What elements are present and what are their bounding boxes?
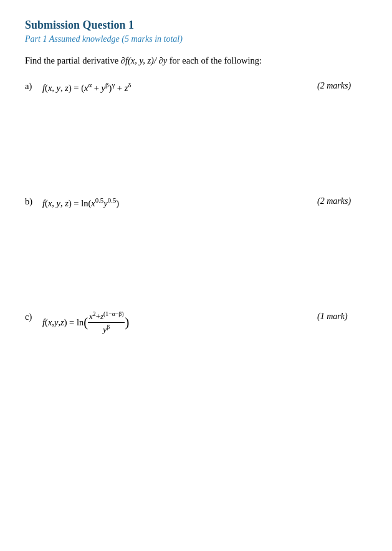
- part-b-formula: f(x, y, z) = ln(x0.5y0.5): [42, 195, 292, 211]
- part-b: b) f(x, y, z) = ln(x0.5y0.5) (2 marks): [25, 195, 367, 211]
- part-a-marks: (2 marks): [292, 80, 367, 91]
- part-c-marks: (1 mark): [292, 310, 367, 322]
- part-b-marks: (2 marks): [292, 195, 367, 206]
- part-a-formula: f(x, y, z) = (xα + yβ)γ + zδ: [42, 80, 292, 95]
- part-c-formula: f(x, y, z) = ln ( x2+z(1−α−β) yβ ): [42, 310, 292, 335]
- part-a: a) f(x, y, z) = (xα + yβ)γ + zδ (2 marks…: [25, 80, 367, 95]
- derivative-notation: ∂f(x, y, z)/ ∂y: [121, 55, 167, 65]
- part-a-letter: a): [25, 80, 42, 92]
- part-c-letter: c): [25, 310, 42, 322]
- part-label: Part 1 Assumed knowledge (5 marks in tot…: [25, 34, 367, 44]
- part-b-letter: b): [25, 195, 42, 207]
- page-title: Submission Question 1: [25, 19, 367, 32]
- part-c: c) f(x, y, z) = ln ( x2+z(1−α−β) yβ ) (1…: [25, 310, 367, 335]
- instruction-text: Find the partial derivative ∂f(x, y, z)/…: [25, 55, 367, 66]
